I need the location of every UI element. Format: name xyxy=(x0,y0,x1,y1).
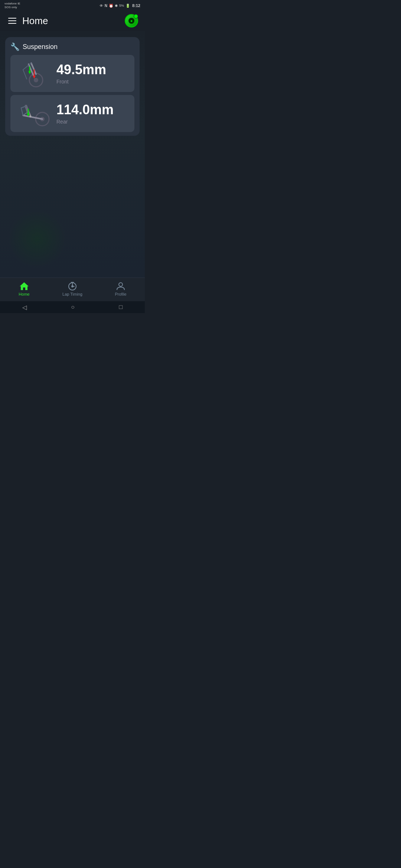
system-nav-bar: ◁ ○ □ xyxy=(0,301,145,313)
system-recent-button[interactable]: □ xyxy=(119,304,123,310)
app-header: Home ● xyxy=(0,10,145,31)
page-title: Home xyxy=(22,15,125,27)
profile-nav-label: Profile xyxy=(115,292,126,296)
rear-shock-illustration xyxy=(16,99,53,128)
clock: 8:12 xyxy=(132,3,140,8)
rear-shock-svg xyxy=(16,99,53,128)
svg-line-14 xyxy=(23,115,42,119)
status-indicators: 👁 N ⏰ ✱ 5% 🔋 8:12 xyxy=(100,3,140,8)
suspension-card-header: 🔧 Suspension xyxy=(10,42,134,51)
hamburger-line-1 xyxy=(8,18,16,19)
eye-icon: 👁 xyxy=(100,4,103,8)
battery-icon: 🔋 xyxy=(125,4,130,8)
status-bar: vodafone IE SOS only 👁 N ⏰ ✱ 5% 🔋 8:12 xyxy=(0,0,145,10)
battery-level: 5% xyxy=(119,4,124,7)
front-suspension-info: 49.5mm Front xyxy=(53,62,129,85)
lap-timing-icon xyxy=(68,281,77,291)
hamburger-line-2 xyxy=(8,20,16,21)
front-suspension-value: 49.5mm xyxy=(56,62,129,77)
suspension-title: Suspension xyxy=(23,43,58,51)
rear-suspension-info: 114.0mm Rear xyxy=(53,102,129,125)
nfc-icon: N xyxy=(105,4,107,8)
menu-button[interactable] xyxy=(7,16,18,25)
system-home-button[interactable]: ○ xyxy=(71,304,75,310)
nav-home[interactable]: Home xyxy=(0,281,48,296)
bg-glow-effect xyxy=(7,209,67,269)
bottom-navigation: Home Lap Timing Profile xyxy=(0,277,145,301)
app-root: vodafone IE SOS only 👁 N ⏰ ✱ 5% 🔋 8:12 H… xyxy=(0,0,145,313)
bluetooth-icon: ✱ xyxy=(115,4,118,8)
front-fork-svg xyxy=(16,59,53,88)
suspension-card[interactable]: 🔧 Suspension xyxy=(5,37,140,136)
carrier-info: vodafone IE SOS only xyxy=(4,2,20,9)
rear-suspension-item[interactable]: 114.0mm Rear xyxy=(10,95,134,132)
home-nav-label: Home xyxy=(19,292,29,296)
alarm-icon: ⏰ xyxy=(109,4,113,8)
svg-point-3 xyxy=(34,78,38,82)
front-suspension-item[interactable]: 49.5mm Front xyxy=(10,55,134,92)
front-fork-illustration xyxy=(16,59,53,88)
hamburger-line-3 xyxy=(8,23,16,24)
main-content: 🔧 Suspension xyxy=(0,31,145,148)
suspension-icon: 🔧 xyxy=(10,42,20,51)
svg-text:●: ● xyxy=(130,19,133,23)
svg-line-11 xyxy=(23,70,27,79)
bluetooth-link-icon: ● xyxy=(128,17,135,24)
nav-lap-timing[interactable]: Lap Timing xyxy=(48,281,97,296)
home-icon xyxy=(19,281,29,291)
system-back-button[interactable]: ◁ xyxy=(22,304,27,311)
nav-profile[interactable]: Profile xyxy=(97,281,145,296)
carrier-name: vodafone IE xyxy=(4,2,20,6)
connection-status-button[interactable]: ● xyxy=(125,14,138,27)
rear-suspension-label: Rear xyxy=(56,119,129,125)
profile-icon xyxy=(116,281,125,291)
svg-marker-7 xyxy=(28,71,31,74)
sos-label: SOS only xyxy=(4,6,20,9)
rear-suspension-value: 114.0mm xyxy=(56,102,129,117)
svg-marker-22 xyxy=(20,282,29,290)
svg-line-20 xyxy=(21,108,23,115)
svg-point-28 xyxy=(119,283,123,286)
front-suspension-label: Front xyxy=(56,79,129,85)
lap-timing-nav-label: Lap Timing xyxy=(62,292,82,296)
